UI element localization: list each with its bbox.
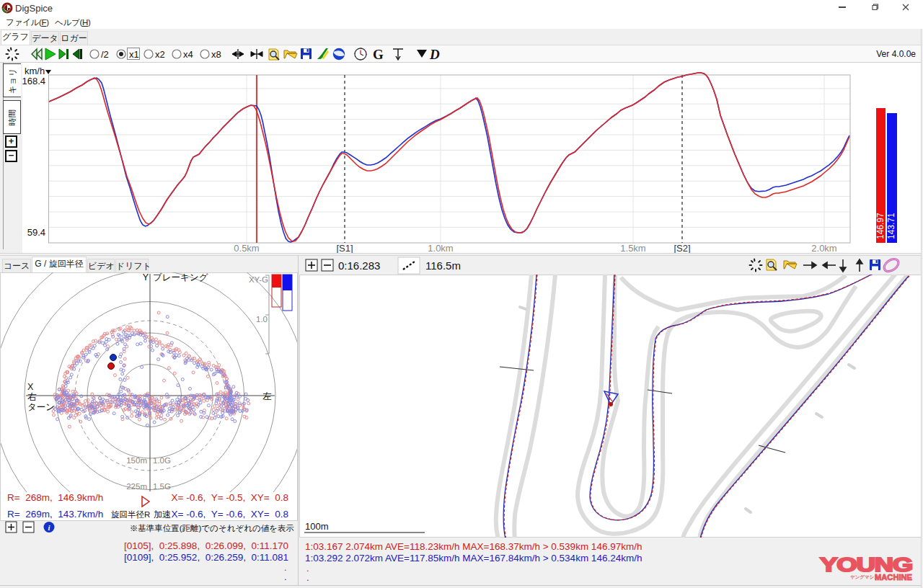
svg-text:D: D [429, 47, 440, 62]
svg-text:2.0km: 2.0km [811, 243, 836, 253]
svg-text:X: X [27, 382, 34, 392]
svg-text:R= 268m, 146.9km/h: R= 268m, 146.9km/h [7, 492, 103, 503]
svg-text:116.5m: 116.5m [425, 259, 461, 272]
svg-text:1.0: 1.0 [256, 315, 268, 324]
svg-text:加速: 加速 [154, 509, 171, 520]
svg-text:X= -0.6, Y= -0.6, XY= 0.8: X= -0.6, Y= -0.6, XY= 0.8 [172, 509, 288, 520]
svg-text:100m: 100m [305, 521, 329, 532]
svg-text:[S1]: [S1] [336, 243, 353, 253]
svg-text:225m: 225m [126, 482, 147, 491]
svg-text:1.0km: 1.0km [428, 243, 453, 253]
svg-text:59.4: 59.4 [27, 227, 45, 238]
svg-text:/2: /2 [101, 49, 109, 60]
svg-text:0.5km: 0.5km [234, 243, 259, 253]
svg-text:1.5km: 1.5km [620, 243, 645, 253]
svg-text:Y: Y [143, 272, 149, 282]
svg-text:[S2]: [S2] [674, 243, 690, 253]
svg-text:X= -0.6, Y= -0.5, XY= 0.8: X= -0.6, Y= -0.5, XY= 0.8 [172, 492, 288, 503]
svg-text:km/h: km/h [25, 66, 45, 76]
svg-text:1.5G: 1.5G [153, 482, 171, 491]
svg-text:MACHINE: MACHINE [875, 573, 912, 582]
svg-text:x2: x2 [155, 49, 165, 60]
svg-text:146.97: 146.97 [875, 213, 886, 239]
svg-text:143.71: 143.71 [886, 213, 896, 239]
svg-text:168.4: 168.4 [22, 76, 45, 86]
svg-text:旋回半径R: 旋回半径R [111, 510, 150, 519]
svg-text:※基準車位置(距離)でのそれぞれの値を表示: ※基準車位置(距離)でのそれぞれの値を表示 [130, 524, 294, 533]
svg-text:左: 左 [262, 391, 272, 401]
svg-text:G: G [373, 47, 384, 62]
svg-text:x4: x4 [183, 49, 193, 60]
svg-text:R= 269m, 143.7km/h: R= 269m, 143.7km/h [7, 509, 103, 520]
svg-text:XY-G: XY-G [249, 275, 268, 284]
svg-text:x1: x1 [129, 49, 139, 60]
svg-text:右: 右 [27, 392, 37, 402]
svg-text:150m: 150m [126, 456, 147, 465]
svg-text:0:16.283: 0:16.283 [338, 259, 380, 272]
svg-text:ターン: ターン [27, 402, 55, 412]
svg-text:x8: x8 [211, 49, 221, 60]
svg-text:1.0G: 1.0G [153, 456, 171, 465]
svg-text:Ver 4.0.0e: Ver 4.0.0e [876, 49, 916, 59]
svg-text:ブレーキング: ブレーキング [153, 272, 208, 282]
